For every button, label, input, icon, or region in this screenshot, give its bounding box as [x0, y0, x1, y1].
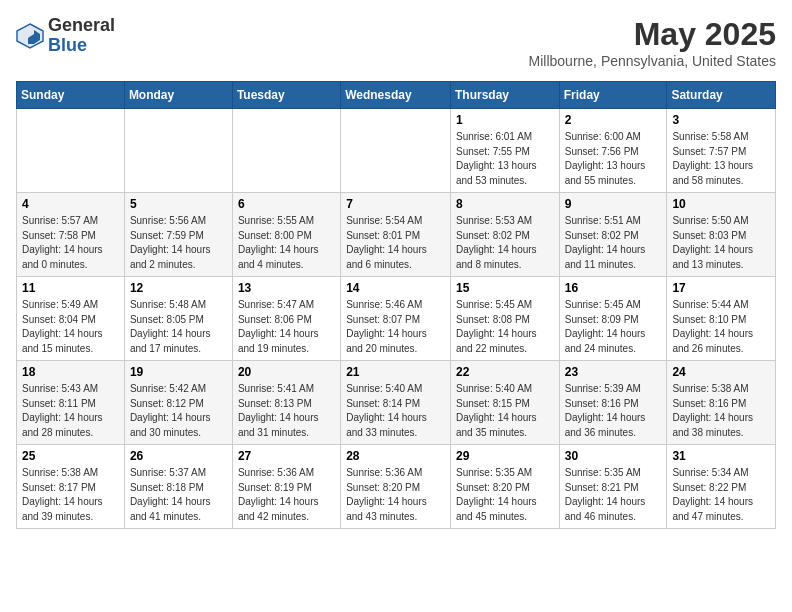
calendar-cell: 17Sunrise: 5:44 AM Sunset: 8:10 PM Dayli…: [667, 277, 776, 361]
day-info: Sunrise: 5:47 AM Sunset: 8:06 PM Dayligh…: [238, 298, 335, 356]
day-info: Sunrise: 5:45 AM Sunset: 8:08 PM Dayligh…: [456, 298, 554, 356]
calendar-cell: 30Sunrise: 5:35 AM Sunset: 8:21 PM Dayli…: [559, 445, 667, 529]
calendar-cell: 12Sunrise: 5:48 AM Sunset: 8:05 PM Dayli…: [124, 277, 232, 361]
week-row-1: 1Sunrise: 6:01 AM Sunset: 7:55 PM Daylig…: [17, 109, 776, 193]
calendar-cell: 2Sunrise: 6:00 AM Sunset: 7:56 PM Daylig…: [559, 109, 667, 193]
day-info: Sunrise: 5:54 AM Sunset: 8:01 PM Dayligh…: [346, 214, 445, 272]
calendar-cell: 23Sunrise: 5:39 AM Sunset: 8:16 PM Dayli…: [559, 361, 667, 445]
calendar-cell: 8Sunrise: 5:53 AM Sunset: 8:02 PM Daylig…: [450, 193, 559, 277]
calendar-cell: 31Sunrise: 5:34 AM Sunset: 8:22 PM Dayli…: [667, 445, 776, 529]
day-info: Sunrise: 5:46 AM Sunset: 8:07 PM Dayligh…: [346, 298, 445, 356]
day-number: 12: [130, 281, 227, 295]
calendar-cell: 19Sunrise: 5:42 AM Sunset: 8:12 PM Dayli…: [124, 361, 232, 445]
header-row: SundayMondayTuesdayWednesdayThursdayFrid…: [17, 82, 776, 109]
day-number: 7: [346, 197, 445, 211]
day-info: Sunrise: 5:57 AM Sunset: 7:58 PM Dayligh…: [22, 214, 119, 272]
calendar-cell: 27Sunrise: 5:36 AM Sunset: 8:19 PM Dayli…: [232, 445, 340, 529]
day-number: 6: [238, 197, 335, 211]
week-row-5: 25Sunrise: 5:38 AM Sunset: 8:17 PM Dayli…: [17, 445, 776, 529]
day-number: 28: [346, 449, 445, 463]
calendar-cell: 4Sunrise: 5:57 AM Sunset: 7:58 PM Daylig…: [17, 193, 125, 277]
calendar-cell: 6Sunrise: 5:55 AM Sunset: 8:00 PM Daylig…: [232, 193, 340, 277]
day-info: Sunrise: 5:55 AM Sunset: 8:00 PM Dayligh…: [238, 214, 335, 272]
calendar-cell: 24Sunrise: 5:38 AM Sunset: 8:16 PM Dayli…: [667, 361, 776, 445]
day-number: 3: [672, 113, 770, 127]
day-info: Sunrise: 5:58 AM Sunset: 7:57 PM Dayligh…: [672, 130, 770, 188]
calendar-cell: 15Sunrise: 5:45 AM Sunset: 8:08 PM Dayli…: [450, 277, 559, 361]
calendar-cell: [17, 109, 125, 193]
day-info: Sunrise: 5:35 AM Sunset: 8:20 PM Dayligh…: [456, 466, 554, 524]
calendar-title: May 2025: [529, 16, 776, 53]
day-info: Sunrise: 5:38 AM Sunset: 8:17 PM Dayligh…: [22, 466, 119, 524]
week-row-4: 18Sunrise: 5:43 AM Sunset: 8:11 PM Dayli…: [17, 361, 776, 445]
day-info: Sunrise: 6:01 AM Sunset: 7:55 PM Dayligh…: [456, 130, 554, 188]
day-info: Sunrise: 5:45 AM Sunset: 8:09 PM Dayligh…: [565, 298, 662, 356]
day-number: 21: [346, 365, 445, 379]
day-info: Sunrise: 5:40 AM Sunset: 8:15 PM Dayligh…: [456, 382, 554, 440]
col-header-wednesday: Wednesday: [341, 82, 451, 109]
day-info: Sunrise: 5:41 AM Sunset: 8:13 PM Dayligh…: [238, 382, 335, 440]
day-number: 9: [565, 197, 662, 211]
day-info: Sunrise: 5:36 AM Sunset: 8:19 PM Dayligh…: [238, 466, 335, 524]
calendar-cell: [232, 109, 340, 193]
day-info: Sunrise: 5:42 AM Sunset: 8:12 PM Dayligh…: [130, 382, 227, 440]
day-number: 2: [565, 113, 662, 127]
day-info: Sunrise: 5:56 AM Sunset: 7:59 PM Dayligh…: [130, 214, 227, 272]
title-block: May 2025 Millbourne, Pennsylvania, Unite…: [529, 16, 776, 69]
calendar-cell: 25Sunrise: 5:38 AM Sunset: 8:17 PM Dayli…: [17, 445, 125, 529]
day-number: 22: [456, 365, 554, 379]
day-number: 30: [565, 449, 662, 463]
day-info: Sunrise: 6:00 AM Sunset: 7:56 PM Dayligh…: [565, 130, 662, 188]
calendar-table: SundayMondayTuesdayWednesdayThursdayFrid…: [16, 81, 776, 529]
day-number: 10: [672, 197, 770, 211]
day-info: Sunrise: 5:36 AM Sunset: 8:20 PM Dayligh…: [346, 466, 445, 524]
calendar-cell: [341, 109, 451, 193]
day-number: 19: [130, 365, 227, 379]
week-row-3: 11Sunrise: 5:49 AM Sunset: 8:04 PM Dayli…: [17, 277, 776, 361]
calendar-cell: 18Sunrise: 5:43 AM Sunset: 8:11 PM Dayli…: [17, 361, 125, 445]
col-header-friday: Friday: [559, 82, 667, 109]
day-info: Sunrise: 5:50 AM Sunset: 8:03 PM Dayligh…: [672, 214, 770, 272]
day-info: Sunrise: 5:40 AM Sunset: 8:14 PM Dayligh…: [346, 382, 445, 440]
day-info: Sunrise: 5:43 AM Sunset: 8:11 PM Dayligh…: [22, 382, 119, 440]
col-header-sunday: Sunday: [17, 82, 125, 109]
day-number: 24: [672, 365, 770, 379]
week-row-2: 4Sunrise: 5:57 AM Sunset: 7:58 PM Daylig…: [17, 193, 776, 277]
calendar-cell: 28Sunrise: 5:36 AM Sunset: 8:20 PM Dayli…: [341, 445, 451, 529]
calendar-subtitle: Millbourne, Pennsylvania, United States: [529, 53, 776, 69]
day-number: 25: [22, 449, 119, 463]
day-number: 11: [22, 281, 119, 295]
day-number: 18: [22, 365, 119, 379]
calendar-cell: 5Sunrise: 5:56 AM Sunset: 7:59 PM Daylig…: [124, 193, 232, 277]
calendar-cell: 7Sunrise: 5:54 AM Sunset: 8:01 PM Daylig…: [341, 193, 451, 277]
calendar-cell: 21Sunrise: 5:40 AM Sunset: 8:14 PM Dayli…: [341, 361, 451, 445]
logo: General Blue: [16, 16, 115, 56]
day-number: 27: [238, 449, 335, 463]
day-number: 5: [130, 197, 227, 211]
day-number: 16: [565, 281, 662, 295]
day-info: Sunrise: 5:34 AM Sunset: 8:22 PM Dayligh…: [672, 466, 770, 524]
calendar-cell: 14Sunrise: 5:46 AM Sunset: 8:07 PM Dayli…: [341, 277, 451, 361]
calendar-cell: 20Sunrise: 5:41 AM Sunset: 8:13 PM Dayli…: [232, 361, 340, 445]
day-number: 4: [22, 197, 119, 211]
day-number: 14: [346, 281, 445, 295]
page-header: General Blue May 2025 Millbourne, Pennsy…: [16, 16, 776, 69]
day-number: 13: [238, 281, 335, 295]
col-header-monday: Monday: [124, 82, 232, 109]
col-header-tuesday: Tuesday: [232, 82, 340, 109]
calendar-cell: 11Sunrise: 5:49 AM Sunset: 8:04 PM Dayli…: [17, 277, 125, 361]
calendar-cell: 13Sunrise: 5:47 AM Sunset: 8:06 PM Dayli…: [232, 277, 340, 361]
day-info: Sunrise: 5:51 AM Sunset: 8:02 PM Dayligh…: [565, 214, 662, 272]
day-number: 23: [565, 365, 662, 379]
day-number: 20: [238, 365, 335, 379]
day-info: Sunrise: 5:48 AM Sunset: 8:05 PM Dayligh…: [130, 298, 227, 356]
day-number: 26: [130, 449, 227, 463]
day-number: 29: [456, 449, 554, 463]
day-info: Sunrise: 5:49 AM Sunset: 8:04 PM Dayligh…: [22, 298, 119, 356]
calendar-cell: 16Sunrise: 5:45 AM Sunset: 8:09 PM Dayli…: [559, 277, 667, 361]
day-number: 31: [672, 449, 770, 463]
day-number: 17: [672, 281, 770, 295]
col-header-saturday: Saturday: [667, 82, 776, 109]
day-info: Sunrise: 5:39 AM Sunset: 8:16 PM Dayligh…: [565, 382, 662, 440]
calendar-cell: 22Sunrise: 5:40 AM Sunset: 8:15 PM Dayli…: [450, 361, 559, 445]
